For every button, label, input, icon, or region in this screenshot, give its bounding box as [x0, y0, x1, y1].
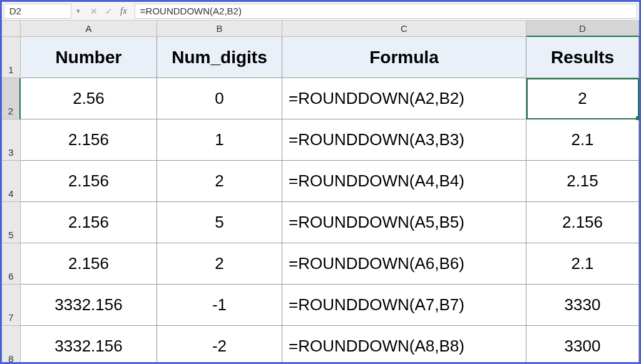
cell-D8[interactable]: 3300	[526, 326, 639, 364]
cell-B5[interactable]: 5	[157, 202, 282, 243]
col-header-A[interactable]: A	[21, 21, 157, 37]
name-box[interactable]: D2	[4, 4, 71, 19]
cell-C6[interactable]: =ROUNDDOWN(A6,B6)	[282, 243, 526, 285]
row-header-4[interactable]: 4	[2, 161, 21, 202]
cell-B2[interactable]: 0	[157, 78, 282, 119]
cell-C4[interactable]: =ROUNDDOWN(A4,B4)	[282, 161, 526, 202]
table-row: 4 2.156 2 =ROUNDDOWN(A4,B4) 2.15	[2, 161, 639, 202]
row-header-7[interactable]: 7	[2, 285, 21, 326]
table-row: 5 2.156 5 =ROUNDDOWN(A5,B5) 2.156	[2, 202, 639, 243]
cell-B3[interactable]: 1	[157, 119, 282, 161]
cancel-icon[interactable]: ✕	[90, 6, 98, 16]
cell-A8[interactable]: 3332.156	[21, 326, 157, 364]
col-header-D[interactable]: D	[526, 21, 639, 37]
col-header-C[interactable]: C	[282, 21, 526, 37]
header-cell-numdigits[interactable]: Num_digits	[157, 37, 282, 78]
cell-D3[interactable]: 2.1	[526, 119, 639, 161]
cell-B6[interactable]: 2	[157, 243, 282, 285]
cell-A2[interactable]: 2.56	[21, 78, 157, 119]
cell-D6[interactable]: 2.1	[526, 243, 639, 285]
col-header-B[interactable]: B	[157, 21, 282, 37]
row-header-6[interactable]: 6	[2, 243, 21, 285]
row-header-1[interactable]: 1	[2, 37, 21, 78]
header-cell-results[interactable]: Results	[526, 37, 639, 78]
cell-A6[interactable]: 2.156	[21, 243, 157, 285]
table-row: 7 3332.156 -1 =ROUNDDOWN(A7,B7) 3330	[2, 285, 639, 326]
cell-A5[interactable]: 2.156	[21, 202, 157, 243]
select-all-corner[interactable]	[2, 21, 21, 37]
header-cell-number[interactable]: Number	[21, 37, 157, 78]
column-headers: A B C D	[2, 21, 639, 37]
formula-input[interactable]: =ROUNDDOWN(A2,B2)	[135, 4, 637, 19]
name-box-dropdown-icon[interactable]: ▼	[74, 4, 83, 19]
cell-C2[interactable]: =ROUNDDOWN(A2,B2)	[282, 78, 526, 119]
cell-D7[interactable]: 3330	[526, 285, 639, 326]
fx-icon[interactable]: fx	[120, 6, 127, 16]
formula-bar: D2 ▼ ✕ ✓ fx =ROUNDDOWN(A2,B2)	[2, 2, 639, 21]
cell-D5[interactable]: 2.156	[526, 202, 639, 243]
cell-A7[interactable]: 3332.156	[21, 285, 157, 326]
formula-bar-icons: ✕ ✓ fx	[85, 6, 132, 16]
cell-D2[interactable]: 2	[526, 78, 639, 119]
row-header-3[interactable]: 3	[2, 119, 21, 161]
table-row: 8 3332.156 -2 =ROUNDDOWN(A8,B8) 3300	[2, 326, 639, 364]
cell-A3[interactable]: 2.156	[21, 119, 157, 161]
row-header-8[interactable]: 8	[2, 326, 21, 364]
cell-C7[interactable]: =ROUNDDOWN(A7,B7)	[282, 285, 526, 326]
cell-B4[interactable]: 2	[157, 161, 282, 202]
cell-C8[interactable]: =ROUNDDOWN(A8,B8)	[282, 326, 526, 364]
cell-A4[interactable]: 2.156	[21, 161, 157, 202]
cell-C3[interactable]: =ROUNDDOWN(A3,B3)	[282, 119, 526, 161]
table-row: 3 2.156 1 =ROUNDDOWN(A3,B3) 2.1	[2, 119, 639, 161]
row-header-5[interactable]: 5	[2, 202, 21, 243]
cell-D4[interactable]: 2.15	[526, 161, 639, 202]
header-cell-formula[interactable]: Formula	[282, 37, 526, 78]
spreadsheet-grid: A B C D 1 Number Num_digits Formula Resu…	[2, 21, 639, 364]
cell-B8[interactable]: -2	[157, 326, 282, 364]
row-header-2[interactable]: 2	[2, 78, 21, 119]
table-row: 2 2.56 0 =ROUNDDOWN(A2,B2) 2	[2, 78, 639, 119]
table-row: 6 2.156 2 =ROUNDDOWN(A6,B6) 2.1	[2, 243, 639, 285]
cell-B7[interactable]: -1	[157, 285, 282, 326]
enter-icon[interactable]: ✓	[105, 6, 113, 16]
table-header-row: 1 Number Num_digits Formula Results	[2, 37, 639, 78]
cell-C5[interactable]: =ROUNDDOWN(A5,B5)	[282, 202, 526, 243]
